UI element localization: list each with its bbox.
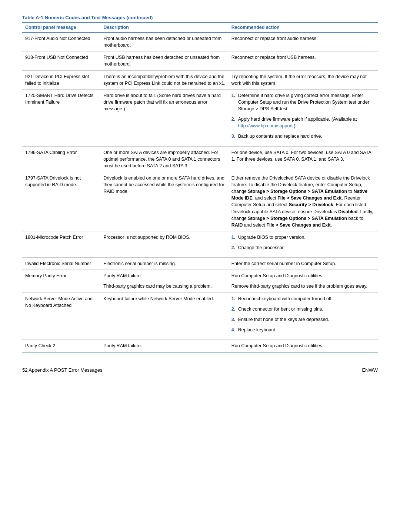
list-number: 4.: [231, 327, 238, 333]
col-header-description: Description: [100, 23, 229, 33]
list-item-text: Change the processor.: [238, 244, 375, 251]
list-number: 2.: [231, 244, 238, 251]
action-cell: 1.Upgrade BIOS to proper version.2.Chang…: [229, 231, 378, 257]
table-row: Invalid Electronic Serial NumberElectron…: [22, 258, 378, 270]
list-number: 2.: [231, 116, 238, 123]
table-row: 1720-SMART Hard Drive Detects Imminent F…: [22, 89, 378, 146]
control-cell: 1796-SATA Cabling Error: [22, 146, 100, 172]
table-row: 917-Front Audio Not ConnectedFront audio…: [22, 33, 378, 51]
table-row: Memory Parity ErrorParity RAM failure.Th…: [22, 270, 378, 292]
footer-right: ENWW: [362, 367, 378, 373]
description-cell: There is an incompatibility/problem with…: [100, 70, 229, 89]
description-cell: Drivelock is enabled on one or more SATA…: [100, 172, 229, 231]
action-cell: 1.Determine if hard drive is giving corr…: [229, 89, 378, 146]
multi-action-text: Run Computer Setup and Diagnostic utilit…: [231, 272, 375, 279]
table-row: 1796-SATA Cabling ErrorOne or more SATA …: [22, 146, 378, 172]
control-cell: Parity Check 2: [22, 340, 100, 352]
description-cell: Hard drive is about to fail. (Some hard …: [100, 89, 229, 146]
list-item-text: Reconnect keyboard with computer turned …: [238, 295, 375, 302]
table-row: 918-Front USB Not ConnectedFront USB har…: [22, 51, 378, 70]
control-cell: 918-Front USB Not Connected: [22, 51, 100, 70]
main-table: Control panel message Description Recomm…: [22, 23, 378, 352]
description-cell: Keyboard failure while Network Server Mo…: [100, 292, 229, 340]
control-cell: Network Server Mode Active and No Keyboa…: [22, 292, 100, 340]
multi-action-text: Remove third-party graphics card to see …: [231, 283, 375, 290]
list-number: 3.: [231, 316, 238, 323]
col-header-control: Control panel message: [22, 23, 100, 33]
list-number: 1.: [231, 234, 238, 241]
description-cell: Front USB harness has been detached or u…: [100, 51, 229, 70]
action-cell: Either remove the Drivelocked SATA devic…: [229, 172, 378, 231]
action-cell: Reconnect or replace front audio harness…: [229, 33, 378, 51]
description-cell: One or more SATA devices are improperly …: [100, 146, 229, 172]
action-cell: Reconnect or replace front USB harness.: [229, 51, 378, 70]
list-item-text: Replace keyboard.: [238, 327, 375, 333]
list-number: 1.: [231, 295, 238, 302]
action-link: http://www.hp.com/support.: [238, 123, 294, 128]
table-row: Parity Check 2Parity RAM failure.Run Com…: [22, 340, 378, 352]
description-cell: Electronic serial number is missing.: [100, 258, 229, 270]
description-cell: Parity RAM failure.: [100, 340, 229, 352]
list-item-text: Upgrade BIOS to proper version.: [238, 234, 375, 241]
list-number: 2.: [231, 306, 238, 312]
action-cell: Run Computer Setup and Diagnostic utilit…: [229, 270, 378, 292]
action-cell: For one device, use SATA 0. For two devi…: [229, 146, 378, 172]
col-header-action: Recommended action: [229, 23, 378, 33]
table-row: 1797-SATA Drivelock is not supported in …: [22, 172, 378, 231]
control-cell: Invalid Electronic Serial Number: [22, 258, 100, 270]
table-row: 1801-Microcode Patch ErrorProcessor is n…: [22, 231, 378, 257]
action-cell: 1.Reconnect keyboard with computer turne…: [229, 292, 378, 340]
control-cell: Memory Parity Error: [22, 270, 100, 292]
control-cell: 917-Front Audio Not Connected: [22, 33, 100, 51]
description-cell: Parity RAM failure.Third-party graphics …: [100, 270, 229, 292]
list-number: 3.: [231, 133, 238, 140]
list-item-text: Determine if hard drive is giving correc…: [238, 92, 375, 112]
footer-left: 52 Appendix A POST Error Messages: [22, 367, 103, 373]
list-item-text: Back up contents and replace hard drive.: [238, 133, 375, 140]
table-title: Table A-1 Numeric Codes and Text Message…: [22, 15, 378, 23]
description-cell: Processor is not supported by ROM BIOS.: [100, 231, 229, 257]
action-cell: Enter the correct serial number in Compu…: [229, 258, 378, 270]
description-cell: Front audio harness has been detached or…: [100, 33, 229, 51]
control-cell: 1797-SATA Drivelock is not supported in …: [22, 172, 100, 231]
list-item-text: Check connector for bent or missing pins…: [238, 306, 375, 312]
table-row: 921-Device in PCI Express slot failed to…: [22, 70, 378, 89]
complex-action-text: Either remove the Drivelocked SATA devic…: [231, 175, 375, 228]
footer: 52 Appendix A POST Error Messages ENWW: [22, 367, 378, 373]
list-item-text: Ensure that none of the keys are depress…: [238, 316, 375, 323]
list-number: 1.: [231, 92, 238, 99]
control-cell: 1801-Microcode Patch Error: [22, 231, 100, 257]
action-cell: Try rebooting the system. If the error r…: [229, 70, 378, 89]
list-item-text: Apply hard drive firmware patch if appli…: [238, 116, 375, 129]
control-cell: 921-Device in PCI Express slot failed to…: [22, 70, 100, 89]
table-row: Network Server Mode Active and No Keyboa…: [22, 292, 378, 340]
control-cell: 1720-SMART Hard Drive Detects Imminent F…: [22, 89, 100, 146]
action-cell: Run Computer Setup and Diagnostic utilit…: [229, 340, 378, 352]
